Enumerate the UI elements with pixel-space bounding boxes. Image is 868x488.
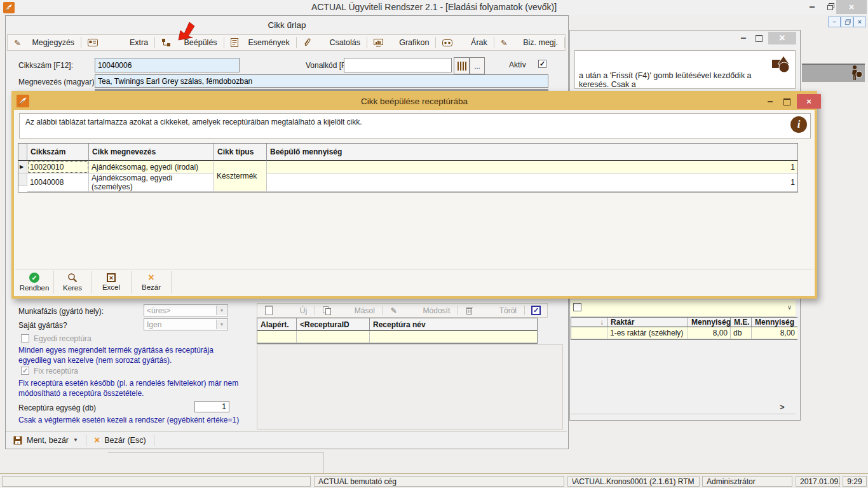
search-close-button[interactable]: × (768, 32, 796, 44)
esemenyek-label: Események (248, 38, 289, 47)
excel-button[interactable]: × Excel (92, 269, 131, 295)
pencil-icon: ✎ (501, 38, 507, 48)
dialog-bezar-label: Bezár (142, 283, 161, 291)
receptura-header-nev[interactable]: Receptúra név (370, 318, 537, 331)
munkafazis-label: Munkafázis (gyártó hely): (18, 307, 104, 316)
receptura-header-alapert[interactable]: Alapért. (257, 318, 297, 331)
ment-bezar-button[interactable]: x Ment, bezár ▼ (6, 431, 86, 449)
window-fragment-line (108, 452, 323, 453)
save-icon: x (13, 436, 22, 445)
ment-bezar-label: Ment, bezár (27, 436, 69, 445)
search-hint-panel: a után a 'Frissít (F4)' gomb leütésével … (574, 50, 796, 89)
esemenyek-button[interactable]: Események (224, 35, 296, 50)
dialog-close-button[interactable]: × (797, 94, 821, 109)
row-indicator: ▶ (18, 161, 27, 173)
mdi-minimize-button[interactable]: – (828, 17, 841, 27)
receptura-toolbar: Új Másol ✎ Módosít Töröl (257, 303, 548, 318)
chevron-down-icon[interactable]: ∨ (787, 304, 792, 311)
divider (571, 414, 796, 414)
masol-button[interactable]: Másol (315, 304, 383, 317)
main-titlebar: ACTUAL Ügyviteli Rendszer 2.1 - [Eladási… (0, 0, 868, 15)
megnevezes-input[interactable] (95, 74, 548, 88)
search-hint-text: a után a 'Frissít (F4)' gomb leütésével … (579, 71, 770, 89)
mdi-restore-button[interactable] (841, 17, 853, 27)
main-close-button[interactable]: × (836, 0, 867, 14)
dialog-row-megnevezes[interactable]: Ajándékcsomag, egyedi (személyes) (89, 173, 214, 192)
restore-icon (827, 4, 833, 10)
stock-header-mennyiseg1[interactable]: Mennyiség (688, 318, 731, 327)
status-date: 2017.01.09. (796, 476, 840, 487)
megjegyzes-label: Megjegyzés (32, 38, 74, 47)
uj-button[interactable]: Új (257, 304, 315, 317)
dialog-header-mennyiseg[interactable]: Beépülő mennyiség (267, 144, 797, 161)
statusbar: ACTUAL bemutató cég \ACTUAL.Kronos0001 (… (0, 473, 868, 488)
stock-header-mennyiseg2[interactable]: Mennyiség (752, 318, 797, 327)
bezar-esc-button[interactable]: × Bezár (Esc) (86, 431, 154, 449)
egyseg-input[interactable] (194, 401, 229, 412)
fix-hint-line1: Fix receptúra esetén később (pl. a rende… (18, 378, 238, 388)
excel-label: Excel (102, 283, 120, 291)
sajat-gyartas-value: Igen (147, 320, 161, 329)
dialog-minimize-button[interactable]: – (763, 95, 778, 108)
filter-checkbox[interactable] (573, 303, 581, 311)
dialog-header-cikkszam[interactable]: Cikkszám (27, 144, 89, 161)
vonalkod-more-button[interactable]: ... (470, 57, 485, 74)
dialog-row-mennyiseg[interactable]: 1 (267, 161, 797, 173)
note-icon (231, 38, 238, 47)
dialog-button-bar: ✓ Rendben Keres × Excel × Bezár (15, 269, 813, 295)
grafikon-button[interactable]: Grafikon (367, 35, 435, 50)
arak-button[interactable]: Árak (436, 35, 493, 50)
sort-column-header[interactable]: ↓ (571, 318, 607, 327)
chevron-down-icon: ▼ (216, 306, 227, 315)
cikk-toolbar: ✎ Megjegyzés Extra Beépülés Események Cs… (7, 34, 566, 51)
megjegyzes-button[interactable]: ✎ Megjegyzés (8, 35, 81, 50)
edit-icon: ✎ (391, 306, 397, 315)
receptura-empty-cell[interactable] (370, 331, 537, 343)
cikk-bottom-bar: x Ment, bezár ▼ × Bezár (Esc) (6, 431, 567, 449)
receptura-filter-checkbox[interactable] (531, 306, 541, 315)
dialog-header-megnevezes[interactable]: Cikk megnevezés (89, 144, 214, 161)
receptura-empty-cell[interactable] (297, 331, 370, 343)
keres-button[interactable]: Keres (54, 269, 91, 295)
torol-button[interactable]: Töröl (458, 304, 524, 317)
pencil-icon: ✎ (14, 38, 20, 48)
search-icon (67, 273, 78, 283)
receptura-empty-cell[interactable] (257, 331, 297, 343)
barcode-button[interactable] (454, 57, 470, 74)
main-window-title: ACTUAL Ügyviteli Rendszer 2.1 - [Eladási… (0, 2, 868, 12)
dialog-row-mennyiseg[interactable]: 1 (267, 173, 797, 192)
cikkszam-input[interactable] (95, 58, 240, 72)
dialog-header-tipus[interactable]: Cikk típus (214, 144, 267, 161)
receptura-header-id[interactable]: <RecepturaID (297, 318, 370, 331)
shapes-icon (771, 55, 792, 76)
dialog-row-cikkszam[interactable]: 10020010 (27, 161, 89, 173)
maximize-icon (783, 98, 790, 105)
mdi-close-button[interactable]: × (853, 17, 866, 27)
new-page-icon (265, 306, 273, 315)
biz-megj-button[interactable]: ✎ Biz. megj. (494, 35, 564, 50)
scroll-right-icon[interactable]: > (780, 402, 785, 412)
dialog-row-cikkszam[interactable]: 10040008 (27, 173, 89, 192)
extra-button[interactable]: Extra (81, 35, 154, 50)
stock-header-raktar[interactable]: Raktár (607, 318, 688, 327)
dialog-bezar-button[interactable]: × Bezár (132, 269, 171, 295)
egyedi-receptura-label: Egyedi receptúra (34, 334, 92, 343)
red-arrow-annotation (178, 22, 196, 41)
aktiv-checkbox[interactable] (538, 60, 546, 68)
search-minimize-button[interactable]: – (736, 32, 750, 44)
main-minimize-button[interactable]: – (803, 0, 821, 14)
stock-row-indicator[interactable] (571, 327, 607, 339)
csatolas-button[interactable]: Csatolás (297, 35, 367, 50)
dialog-row-tipus[interactable]: Késztermék (214, 161, 267, 192)
rendben-button[interactable]: ✓ Rendben (15, 269, 53, 295)
filter-row[interactable]: ∨ (571, 300, 796, 317)
modosit-button[interactable]: ✎ Módosít (383, 304, 458, 317)
vonalkod-input[interactable] (344, 58, 452, 72)
search-maximize-button[interactable] (752, 32, 766, 44)
dialog-row-megnevezes[interactable]: Ajándékcsomag, egyedi (irodai) (89, 161, 214, 173)
rendben-label: Rendben (20, 284, 50, 292)
dialog-maximize-button[interactable] (779, 95, 794, 108)
dialog-icon (17, 95, 29, 107)
stock-cell-mennyiseg1: 8,00 (688, 327, 731, 339)
stock-header-me[interactable]: M.E. (731, 318, 752, 327)
